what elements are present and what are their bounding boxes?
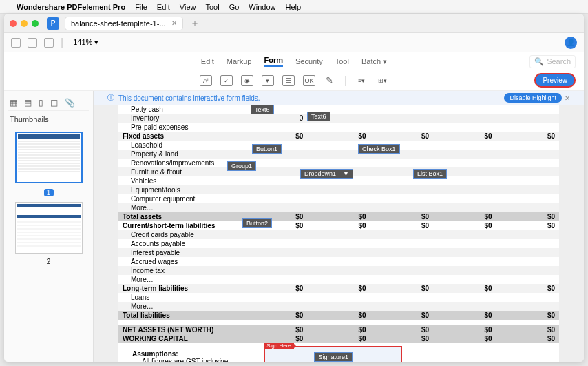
signature-tool-icon[interactable]: ✎ [324, 75, 336, 86]
form-field-group1[interactable]: Group1 [227, 161, 256, 171]
menu-view[interactable]: View [180, 3, 196, 11]
dropdown-tool-icon[interactable]: ▾ [262, 75, 274, 86]
two-page-icon[interactable] [44, 38, 54, 48]
mobile-panel-icon[interactable]: ▯ [39, 98, 43, 108]
table-row: Renovations/improvements [118, 159, 559, 167]
row-value: $0 [307, 334, 370, 343]
row-value [370, 257, 433, 266]
attachments-panel-icon[interactable]: 📎 [65, 98, 75, 108]
row-value: $0 [370, 311, 433, 320]
app-logo-icon[interactable]: P [47, 17, 59, 30]
app-window: P balance-sheet-template-1-... ✕ ＋ | 141… [4, 14, 584, 362]
search-input[interactable]: 🔍 Search [529, 55, 576, 68]
row-value [496, 150, 559, 159]
row-value: $0 [433, 284, 496, 293]
row-value: $0 [496, 221, 559, 230]
menu-edit[interactable]: Edit [157, 3, 170, 11]
row-value [307, 239, 370, 248]
table-row: Credit cards payable [118, 230, 559, 239]
row-value [244, 257, 307, 266]
menu-window[interactable]: Window [249, 3, 275, 11]
row-value: $0 [244, 311, 307, 320]
form-field-button1[interactable]: Button1 [252, 144, 282, 154]
window-minimize-button[interactable] [21, 20, 28, 27]
app-name-menu[interactable]: Wondershare PDFelement Pro [17, 3, 125, 11]
bookmarks-panel-icon[interactable]: ▤ [24, 98, 32, 108]
layers-panel-icon[interactable]: ◫ [50, 98, 58, 108]
text-field-tool-icon[interactable]: Aᴵ [200, 75, 212, 86]
checkbox-tool-icon[interactable]: ✓ [220, 75, 233, 86]
more-form-icon[interactable]: ⊞▾ [376, 75, 388, 86]
document-view[interactable]: ⓘ This document contains interactive for… [94, 91, 584, 362]
form-field-checkbox1[interactable]: Check Box1 [358, 144, 400, 154]
radio-tool-icon[interactable]: ◉ [241, 75, 253, 86]
row-value [370, 203, 433, 212]
menu-go[interactable]: Go [229, 3, 240, 11]
row-value [244, 123, 307, 132]
thumbnail-page-1[interactable] [15, 132, 83, 183]
row-value: $0 [307, 212, 370, 221]
thumbnail-panel: ▦ ▤ ▯ ◫ 📎 Thumbnails 1 2 [4, 91, 94, 362]
page-layout-icon[interactable] [28, 38, 37, 48]
tab-close-icon[interactable]: ✕ [171, 19, 177, 27]
window-close-button[interactable] [10, 20, 17, 27]
row-value [433, 203, 496, 212]
listbox-tool-icon[interactable]: ☰ [282, 75, 295, 86]
row-value [433, 302, 496, 311]
row-value [307, 203, 370, 212]
row-label: Accrued wages [118, 257, 244, 266]
row-value [244, 230, 307, 239]
row-value [496, 257, 559, 266]
form-field-text6[interactable]: Text6 [307, 112, 330, 121]
tab-tool-mode[interactable]: Tool [335, 57, 349, 65]
tab-title: balance-sheet-template-1-... [71, 19, 166, 28]
sidebar-toggle-icon[interactable] [11, 38, 21, 48]
form-field-listbox1[interactable]: List Box1 [413, 169, 447, 179]
row-value: $0 [244, 325, 307, 334]
thumbnails-label: Thumbnails [8, 111, 89, 128]
row-label: Accounts payable [118, 239, 244, 248]
page-number-2: 2 [8, 258, 89, 265]
window-zoom-button[interactable] [32, 20, 39, 27]
align-tool-icon[interactable]: ≡▾ [355, 75, 368, 86]
table-row: Current/short-term liabilities$0$0$0$0$0 [118, 221, 559, 230]
preview-button[interactable]: Preview [534, 73, 576, 88]
table-row: Pre-paid expenses [118, 123, 559, 132]
sign-here-flag: Sign Here [264, 343, 294, 349]
tab-form-mode[interactable]: Form [264, 56, 284, 67]
tab-security-mode[interactable]: Security [295, 57, 323, 65]
table-row: NET ASSETS (NET WORTH)$0$0$0$0$0 [118, 325, 559, 334]
row-label: Pre-paid expenses [118, 123, 244, 132]
row-value [307, 230, 370, 239]
table-row: Total liabilities$0$0$0$0$0 [118, 311, 559, 320]
tab-edit-mode[interactable]: Edit [201, 57, 214, 65]
form-field-button2[interactable]: Button2 [242, 218, 272, 228]
form-field-text6-strike[interactable]: Text6 [251, 105, 274, 114]
page-number-1: 1 [44, 189, 54, 196]
menu-file[interactable]: File [135, 3, 147, 11]
row-label: More… [118, 302, 244, 311]
banner-close-icon[interactable]: ✕ [565, 94, 570, 102]
row-label: Property & land [118, 150, 244, 159]
document-tab[interactable]: balance-sheet-template-1-... ✕ [65, 17, 183, 30]
form-field-dropdown1[interactable]: Dropdown1 ▼ [300, 169, 353, 179]
thumbnail-page-2[interactable] [15, 202, 83, 254]
row-label: Loans [118, 293, 244, 302]
menu-tool[interactable]: Tool [205, 3, 219, 11]
row-value [244, 176, 307, 185]
tab-batch-mode[interactable]: Batch ▾ [361, 57, 387, 66]
row-value [244, 203, 307, 212]
row-value [433, 239, 496, 248]
button-tool-icon[interactable]: OK [303, 75, 315, 86]
user-avatar-icon[interactable]: 👤 [565, 37, 577, 49]
disable-highlight-button[interactable]: Disable Highlight [504, 93, 562, 103]
new-tab-button[interactable]: ＋ [190, 17, 200, 30]
menu-help[interactable]: Help [285, 3, 301, 11]
thumbnails-panel-icon[interactable]: ▦ [10, 98, 17, 108]
row-value: $0 [433, 311, 496, 320]
zoom-select[interactable]: 141% ▾ [70, 37, 101, 48]
row-value [307, 302, 370, 311]
tab-markup-mode[interactable]: Markup [227, 57, 252, 65]
row-value [370, 230, 433, 239]
signature-field[interactable]: Sign Here Signature1 [264, 346, 402, 362]
